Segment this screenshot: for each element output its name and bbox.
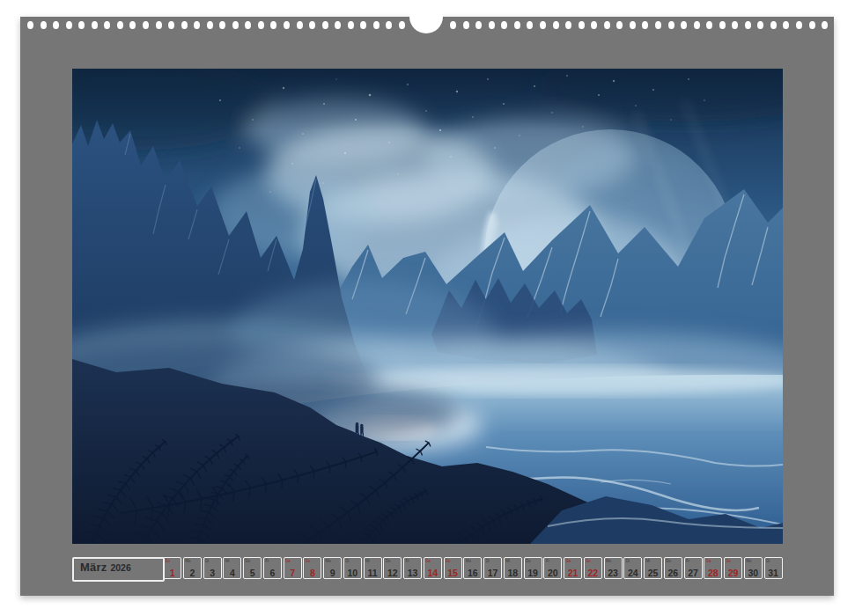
star (269, 191, 270, 192)
punch-hole (360, 21, 366, 29)
month-box: März 2026 (72, 557, 165, 582)
punch-hole (322, 21, 328, 29)
weekday-label: Di (626, 559, 630, 563)
weekday-label: Sa (566, 559, 571, 563)
punch-hole (373, 21, 380, 29)
weekday-label: So (446, 559, 451, 563)
punch-hole (489, 21, 495, 29)
punch-hole (219, 21, 225, 29)
punch-hole (565, 21, 571, 29)
day-cell: Mo30 (744, 557, 763, 579)
punch-hole (719, 21, 726, 29)
day-cell: Do26 (664, 557, 682, 579)
punch-hole (822, 21, 828, 29)
day-number: 31 (765, 568, 782, 578)
day-number: 1 (164, 568, 181, 578)
weekday-label: Sa (706, 559, 711, 563)
punch-hole (514, 21, 520, 29)
weekday-label: Mi (646, 559, 651, 563)
day-cell: So29 (724, 557, 742, 579)
weekday-label: Fr (406, 559, 409, 563)
weekday-label: Mi (505, 559, 510, 563)
day-number: 27 (685, 568, 702, 578)
punch-hole (245, 21, 251, 29)
day-number: 26 (665, 568, 682, 578)
top-vignette (72, 69, 783, 130)
weekday-label: So (586, 559, 591, 563)
day-cell: Mi25 (644, 557, 662, 579)
day-cell: Di31 (764, 557, 783, 579)
date-strip: März 2026 So1Mo2Di3Mi4Do5Fr6Sa7So8Mo9Di1… (72, 557, 783, 581)
punch-hole (450, 21, 456, 29)
punch-hole (668, 21, 674, 29)
weekday-label: So (306, 559, 311, 563)
day-number: 23 (605, 568, 622, 578)
day-number: 22 (585, 568, 601, 578)
weekday-label: So (726, 559, 732, 563)
weekday-label: Di (345, 559, 349, 563)
punch-hole (194, 21, 200, 29)
punch-hole (796, 21, 802, 29)
weekday-label: Fr (686, 559, 689, 563)
star (239, 147, 240, 148)
weekday-label: So (166, 559, 171, 563)
day-cells: So1Mo2Di3Mi4Do5Fr6Sa7So8Mo9Di10Mi11Do12F… (163, 557, 783, 581)
star (291, 163, 293, 165)
punch-hole (143, 21, 149, 29)
day-cell: So8 (303, 557, 321, 579)
punch-hole (309, 21, 315, 29)
punch-hole (745, 21, 751, 29)
star (450, 156, 452, 158)
punch-hole (463, 21, 469, 29)
day-number: 20 (544, 568, 561, 578)
punch-hole (732, 21, 738, 29)
weekday-label: Do (246, 559, 251, 563)
calendar-product-photo: März 2026 So1Mo2Di3Mi4Do5Fr6Sa7So8Mo9Di1… (0, 0, 855, 616)
weekday-label: Fr (265, 559, 269, 563)
day-cell: Do5 (243, 557, 262, 579)
punch-hole (335, 21, 341, 29)
day-cell: Fr20 (543, 557, 562, 579)
punch-hole (207, 21, 213, 29)
day-number: 13 (404, 568, 421, 578)
day-cell: Mo9 (323, 557, 342, 579)
punch-hole (104, 21, 110, 29)
weekday-label: Sa (425, 559, 431, 563)
punch-hole (475, 21, 482, 29)
punch-hole (616, 21, 623, 29)
day-cell: So15 (444, 557, 462, 579)
calendar-sheet: März 2026 So1Mo2Di3Mi4Do5Fr6Sa7So8Mo9Di1… (20, 17, 834, 596)
punch-hole (540, 21, 546, 29)
day-number: 16 (464, 568, 481, 578)
day-number: 3 (204, 568, 221, 578)
punch-hole (757, 21, 763, 29)
punch-hole (156, 21, 162, 29)
weekday-label: Sa (285, 559, 291, 563)
punch-hole (591, 21, 597, 29)
day-cell: Mi18 (504, 557, 522, 579)
punch-hole (181, 21, 188, 29)
weekday-label: Mo (746, 559, 751, 563)
punch-hole (270, 21, 276, 29)
day-cell: Fr27 (684, 557, 703, 579)
day-number: 19 (525, 568, 542, 578)
star (397, 173, 398, 174)
weekday-label: Di (486, 559, 490, 563)
weekday-label: Mo (606, 559, 611, 563)
day-number: 28 (704, 568, 721, 578)
punch-hole (232, 21, 239, 29)
punch-hole (399, 21, 405, 29)
day-cell: Fr6 (263, 557, 282, 579)
artwork-image (72, 69, 783, 544)
day-cell: Fr13 (403, 557, 422, 579)
weekday-label: Do (526, 559, 531, 563)
day-number: 14 (424, 568, 441, 578)
punch-hole (809, 21, 815, 29)
day-number: 18 (505, 568, 521, 578)
weekday-label: Di (766, 559, 770, 563)
weekday-label: Mi (365, 559, 370, 563)
punch-hole (630, 21, 636, 29)
punch-hole (27, 21, 33, 29)
day-cell: Di3 (203, 557, 222, 579)
day-cell: Mi4 (223, 557, 241, 579)
